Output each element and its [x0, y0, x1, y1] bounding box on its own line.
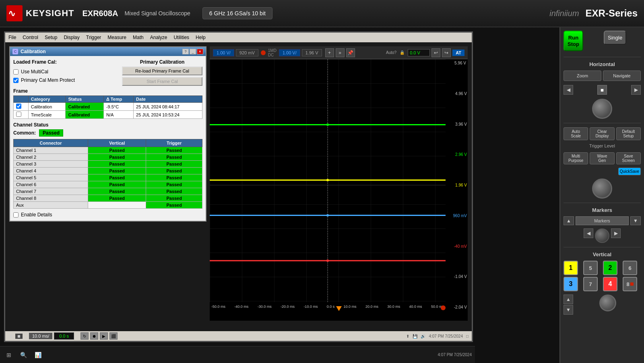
- auto-scale-button[interactable]: AutoScale: [564, 127, 588, 140]
- menu-utilities[interactable]: Utilities: [173, 35, 189, 40]
- sep4: [564, 247, 641, 247]
- app-taskbar-icon[interactable]: 📊: [32, 349, 43, 361]
- use-multical-row: Use MultiCal: [13, 69, 75, 75]
- ch2-offset-button[interactable]: 1.96 V: [302, 49, 322, 56]
- frame-table: Category Status Δ Temp Date Calibration: [13, 95, 202, 119]
- markers-button[interactable]: Markers: [576, 216, 629, 225]
- menu-math[interactable]: Math: [133, 35, 144, 40]
- single-container: Single: [604, 31, 641, 51]
- ch-row-1-vertical: Passed: [88, 154, 146, 161]
- marker-knob[interactable]: [595, 228, 609, 243]
- ch-row-4-name: Channel 5: [14, 174, 88, 181]
- ch1-offset-button[interactable]: 920 mV: [236, 49, 258, 56]
- ch5-button[interactable]: 5: [583, 261, 598, 275]
- pb-pause-button[interactable]: ⏺: [90, 332, 98, 340]
- menu-help[interactable]: Help: [196, 35, 206, 40]
- ch8-button[interactable]: 8: [623, 277, 637, 291]
- right-arrow-button[interactable]: ▶: [631, 85, 641, 95]
- primary-cal-protect-label: Primary Cal Mem Protect: [21, 77, 75, 83]
- taskbar-time: 4:07 PM 7/25/2024: [438, 353, 472, 357]
- qs-spacer2: [591, 168, 617, 175]
- pb-loop-button[interactable]: ↻: [80, 332, 89, 340]
- wf-pin-icon[interactable]: 📌: [346, 48, 355, 57]
- search-taskbar-icon[interactable]: 🔍: [18, 349, 29, 361]
- menu-analyze[interactable]: Analyze: [150, 35, 167, 40]
- left-arrow-button[interactable]: ◀: [564, 85, 573, 95]
- ch3-button[interactable]: 3: [564, 277, 578, 291]
- menu-file[interactable]: File: [8, 35, 16, 40]
- ch1-button[interactable]: 1: [564, 261, 578, 275]
- marker-left-button[interactable]: ◀: [584, 228, 593, 238]
- qs-spacer: [564, 168, 589, 175]
- quicksave-button[interactable]: QuickSave: [618, 168, 641, 175]
- run-stop-button[interactable]: RunStop: [564, 31, 583, 51]
- ch6-button[interactable]: 6: [623, 261, 637, 275]
- default-setup-button[interactable]: DefaultSetup: [616, 127, 641, 140]
- stop-square-button[interactable]: ■: [597, 85, 607, 95]
- ch-row-5-name: Channel 6: [14, 181, 88, 188]
- vertical-knob[interactable]: [599, 295, 616, 311]
- menu-measure[interactable]: Measure: [107, 35, 126, 40]
- navigate-button[interactable]: Navigate: [603, 71, 641, 81]
- cal-titlebar-left: C Calibration: [12, 49, 46, 54]
- marker-right-button[interactable]: ▶: [611, 228, 621, 238]
- marker-up-arrow[interactable]: ▲: [564, 216, 574, 225]
- ch7-button[interactable]: 7: [583, 277, 598, 291]
- menu-trigger[interactable]: Trigger: [86, 35, 101, 40]
- minimize-button[interactable]: _: [190, 49, 196, 54]
- cal-body: Loaded Frame Cal: Use MultiCal Primary C…: [10, 56, 206, 221]
- frame-row1-check: [14, 103, 29, 111]
- y-label-960mv: 960 mV: [446, 214, 467, 218]
- h-knob-row: [564, 99, 641, 119]
- reload-primary-cal-button[interactable]: Re-load Primary Frame Cal: [122, 66, 202, 75]
- svg-point-11: [326, 179, 329, 181]
- help-button[interactable]: ?: [182, 49, 189, 54]
- save-screen-button[interactable]: SaveScreen: [616, 152, 641, 164]
- x-label-20: 20.0 ms: [365, 305, 378, 309]
- offset-input[interactable]: [408, 49, 430, 56]
- run-stop-container: RunStop: [564, 31, 601, 51]
- y-label-196: 1.96 V: [446, 183, 467, 187]
- ch1-scale-button[interactable]: 1.00 V/: [213, 49, 234, 56]
- v-arrows: ▲ ▼: [564, 295, 573, 315]
- ch2-button[interactable]: 2: [603, 261, 617, 275]
- cal-titlebar: C Calibration ? _ ✕: [10, 47, 206, 56]
- table-row: Channel 8PassedPassed: [14, 195, 202, 202]
- single-button[interactable]: Single: [604, 31, 626, 45]
- frame-col-check: [14, 96, 29, 103]
- enable-details-checkbox[interactable]: [13, 212, 19, 218]
- close-button[interactable]: ✕: [197, 49, 203, 54]
- windows-taskbar-icon[interactable]: ⊞: [3, 349, 14, 361]
- menu-setup[interactable]: Setup: [45, 35, 57, 40]
- zoom-button[interactable]: Zoom: [564, 71, 601, 81]
- wf-arrow-icon[interactable]: »: [336, 48, 345, 57]
- wave-gen-button[interactable]: WaveGen: [590, 152, 614, 164]
- undo-icon[interactable]: ↩: [431, 48, 440, 57]
- frame-row2-status: Calibrated: [66, 111, 103, 119]
- trigger-knob[interactable]: [592, 178, 612, 199]
- primary-cal-protect-checkbox[interactable]: [13, 78, 19, 83]
- wf-add-icon[interactable]: +: [325, 48, 334, 57]
- use-multical-checkbox[interactable]: [13, 69, 19, 75]
- multi-purpose-button[interactable]: MultiPurpose: [564, 152, 588, 164]
- menu-display[interactable]: Display: [64, 35, 79, 40]
- clear-display-button[interactable]: ClearDisplay: [590, 127, 614, 140]
- ch-row-6-trigger: Passed: [146, 188, 202, 195]
- cal-titlebar-controls: ? _ ✕: [182, 49, 203, 54]
- horizontal-knob[interactable]: [592, 99, 612, 119]
- waveform-icons: + » 📌: [325, 48, 355, 57]
- menu-control[interactable]: Control: [23, 35, 38, 40]
- window-statusbar: ⏸ ⏹ 10.0 ms/ 0.0 s ↻ ⏺ ▶ ⬛ ⬆ 💾 🔊: [5, 331, 472, 341]
- v-up-arrow[interactable]: ▲: [564, 295, 573, 304]
- zoom-navigate-row: Zoom Navigate: [564, 71, 641, 81]
- marker-down-arrow[interactable]: ▼: [630, 216, 641, 225]
- pb-play-button[interactable]: ▶: [100, 332, 108, 340]
- stop-icon: ⏹: [15, 334, 23, 339]
- redo-icon[interactable]: ↪: [442, 48, 451, 57]
- ch2-scale-button[interactable]: 1.00 V/: [279, 49, 300, 56]
- pb-stop-button[interactable]: ⬛: [109, 332, 118, 340]
- v-down-arrow[interactable]: ▼: [564, 305, 573, 315]
- start-frame-cal-button[interactable]: Start Frame Cal: [122, 77, 202, 86]
- ch4-button[interactable]: 4: [603, 277, 617, 291]
- scope-outer: File Control Setup Display Trigger Measu…: [4, 31, 473, 342]
